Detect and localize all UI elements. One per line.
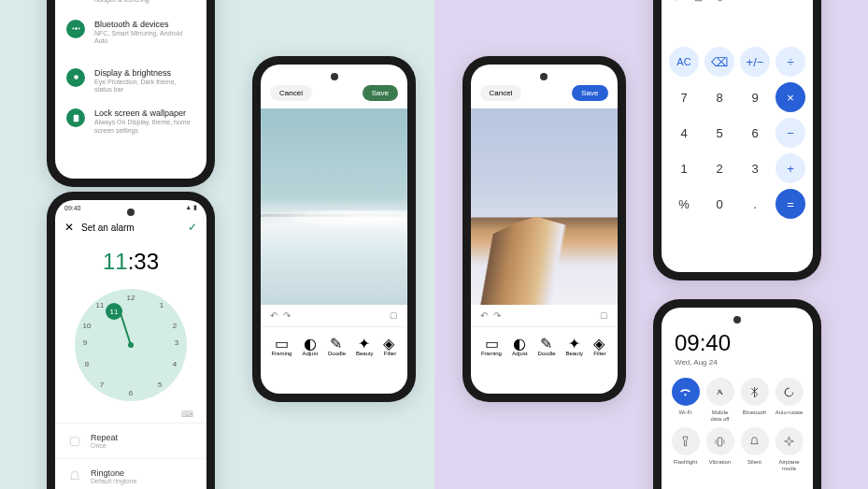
save-button[interactable]: Save <box>363 85 398 101</box>
phone-alarm: 09:40▲ ▮ ✕ Set an alarm ✓ 11:33 12123456… <box>47 192 215 489</box>
svg-point-1 <box>72 28 74 30</box>
editor-action-framing[interactable]: ▭Framing <box>271 335 292 356</box>
setting-display[interactable]: Display & brightnessEye Protection, Dark… <box>55 61 206 102</box>
editor-toolbar: ▭Framing◐Adjust✎Doodle✦Beauty◈Filter <box>261 326 407 364</box>
editor-action-doodle[interactable]: ✎Doodle <box>328 335 346 356</box>
calc-key-%[interactable]: % <box>669 189 699 219</box>
cancel-button[interactable]: Cancel <box>270 85 312 101</box>
svg-rect-5 <box>70 437 78 445</box>
calc-key-2[interactable]: 2 <box>704 153 734 183</box>
qs-tile-auto-rotate[interactable]: Auto-rotate <box>775 378 804 422</box>
alarm-title: Set an alarm <box>81 223 180 233</box>
qs-tile-silent[interactable]: Silent <box>740 427 769 471</box>
calc-key-=[interactable]: = <box>776 189 805 219</box>
editor-action-beauty[interactable]: ✦Beauty <box>565 335 583 356</box>
keyboard-icon[interactable]: ⌨ <box>55 406 206 423</box>
calc-key-8[interactable]: 8 <box>704 82 734 112</box>
confirm-icon[interactable]: ✓ <box>188 221 197 234</box>
setting-lockscreen[interactable]: Lock screen & wallpaperAlways On Display… <box>55 101 206 142</box>
setting-bluetooth[interactable]: Bluetooth & devicesNFC, Smart Mirroring,… <box>55 12 206 53</box>
phone-quicksettings: 09:40 Wed, Aug 24 Wi-FiMobile data offBl… <box>653 299 821 489</box>
calc-key-1[interactable]: 1 <box>669 153 699 183</box>
cancel-button[interactable]: Cancel <box>480 85 522 101</box>
editor-action-framing[interactable]: ▭Framing <box>481 335 502 356</box>
calc-key-AC[interactable]: AC <box>669 47 699 77</box>
aspect-icon[interactable]: ▢ <box>390 310 398 321</box>
history-icon[interactable]: ↺ <box>673 0 681 4</box>
qs-tile-mobile-data-off[interactable]: Mobile data off <box>705 378 734 422</box>
brightness-icon <box>66 68 85 87</box>
qs-tile-bluetooth[interactable]: Bluetooth <box>740 378 769 422</box>
phone-settings: Network & InternetWi-Fi, SIM card & mobi… <box>47 0 215 187</box>
lockscreen-icon <box>66 108 85 127</box>
calc-key-−[interactable]: − <box>776 118 805 148</box>
redo-icon[interactable]: ↷ <box>493 310 501 321</box>
qs-clock: 09:40 <box>675 330 800 356</box>
calc-key-3[interactable]: 3 <box>740 153 770 183</box>
svg-rect-4 <box>73 115 78 122</box>
editor-action-doodle[interactable]: ✎Doodle <box>537 335 555 356</box>
phone-editor-1: Cancel Save ↶↷ ▢ ▭Framing◐Adjust✎Doodle✦… <box>252 56 416 402</box>
calc-key-×[interactable]: × <box>776 82 805 112</box>
svg-rect-6 <box>718 438 721 446</box>
calc-key-÷[interactable]: ÷ <box>776 47 805 77</box>
calculator-keypad: AC⌫+/−÷789×456−123+%0.= <box>662 39 813 226</box>
calc-key-6[interactable]: 6 <box>740 118 770 148</box>
status-icons: ▲ ▮ <box>185 204 197 211</box>
calc-key-0[interactable]: 0 <box>704 189 734 219</box>
devices-icon <box>66 20 85 38</box>
clock-selected: 11 <box>106 303 122 320</box>
qs-tile-vibration[interactable]: Vibration <box>705 427 734 471</box>
calc-key-⌫[interactable]: ⌫ <box>704 47 734 77</box>
editor-action-beauty[interactable]: ✦Beauty <box>356 335 374 356</box>
alarm-time-display[interactable]: 11:33 <box>55 239 206 284</box>
calc-key-.[interactable]: . <box>740 189 770 219</box>
qs-date: Wed, Aug 24 <box>675 358 800 367</box>
qs-tile-flashlight[interactable]: Flashlight <box>671 427 700 471</box>
calc-key-7[interactable]: 7 <box>669 82 699 112</box>
alarm-ringtone[interactable]: RingtoneDefault ringtone <box>55 458 206 489</box>
calc-key-9[interactable]: 9 <box>740 82 770 112</box>
qs-tile-airplane-mode[interactable]: Airplane mode <box>775 427 804 471</box>
save-button[interactable]: Save <box>572 85 607 101</box>
clock-face[interactable]: 121234567891011 11 <box>75 289 187 401</box>
qs-tile-wi-fi[interactable]: Wi-Fi <box>671 378 700 422</box>
editor-action-adjust[interactable]: ◐Adjust <box>302 335 318 356</box>
undo-icon[interactable]: ↶ <box>270 310 277 321</box>
close-icon[interactable]: ✕ <box>64 221 74 234</box>
editor-image[interactable] <box>471 108 618 305</box>
editor-image[interactable] <box>261 108 407 305</box>
calc-key-4[interactable]: 4 <box>669 118 699 148</box>
phone-calculator: ↺ ⊞ ⊘ AC⌫+/−÷789×456−123+%0.= <box>653 0 821 280</box>
editor-action-filter[interactable]: ◈Filter <box>383 335 396 356</box>
calc-key-+[interactable]: + <box>776 153 805 183</box>
repeat-icon <box>68 435 81 448</box>
calc-key-+/−[interactable]: +/− <box>740 47 770 77</box>
svg-point-3 <box>74 75 78 79</box>
editor-action-adjust[interactable]: ◐Adjust <box>512 335 528 356</box>
scientific-icon[interactable]: ⊘ <box>716 0 724 4</box>
qs-tiles: Wi-FiMobile data offBluetoothAuto-rotate… <box>662 368 813 481</box>
bell-icon <box>68 470 81 483</box>
undo-icon[interactable]: ↶ <box>480 310 488 321</box>
alarm-repeat[interactable]: RepeatOnce <box>55 423 206 458</box>
svg-point-2 <box>78 28 79 30</box>
phone-editor-2: Cancel Save ↶↷ ▢ ▭Framing◐Adjust✎Doodle✦… <box>462 56 626 402</box>
editor-action-filter[interactable]: ◈Filter <box>593 335 606 356</box>
editor-toolbar: ▭Framing◐Adjust✎Doodle✦Beauty◈Filter <box>471 326 618 364</box>
unit-icon[interactable]: ⊞ <box>694 0 703 4</box>
setting-network[interactable]: Network & InternetWi-Fi, SIM card & mobi… <box>55 0 206 12</box>
redo-icon[interactable]: ↷ <box>283 310 291 321</box>
svg-point-0 <box>75 27 78 30</box>
calc-key-5[interactable]: 5 <box>704 118 734 148</box>
aspect-icon[interactable]: ▢ <box>600 310 608 321</box>
